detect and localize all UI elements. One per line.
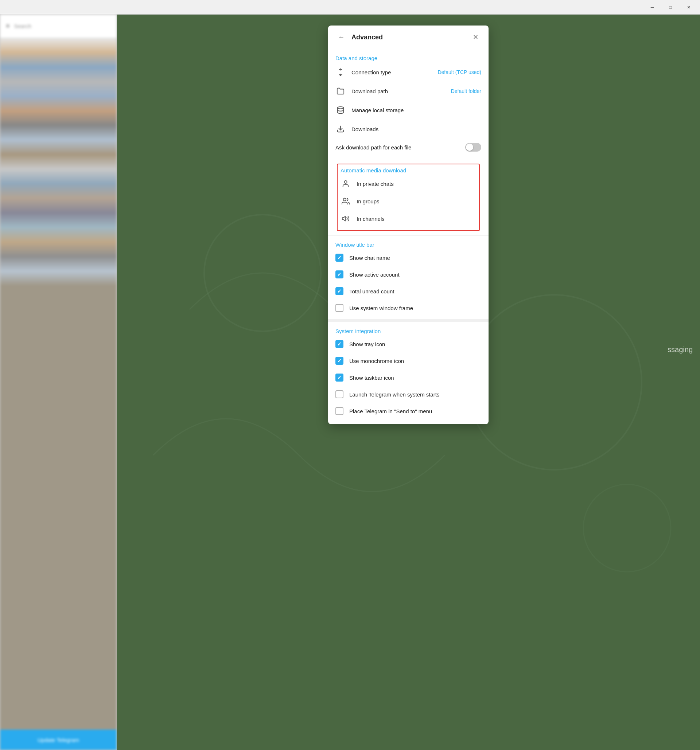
svg-point-9: [343, 198, 346, 201]
in-channels-label: In channels: [357, 216, 476, 222]
manage-storage-label: Manage local storage: [351, 107, 481, 113]
dialog-title: Advanced: [351, 34, 465, 41]
download-path-icon: [335, 86, 346, 96]
download-path-label: Download path: [351, 88, 445, 94]
svg-marker-10: [342, 217, 345, 221]
show-active-account-label: Show active account: [349, 272, 400, 278]
window-close-button[interactable]: ✕: [680, 2, 697, 13]
show-chat-name-item[interactable]: ✓ Show chat name: [335, 249, 481, 266]
in-private-chats-row[interactable]: In private chats: [340, 175, 476, 192]
total-unread-count-item[interactable]: ✓ Total unread count: [335, 283, 481, 300]
data-storage-section: Data and storage Co: [328, 49, 489, 159]
private-chats-icon: [340, 178, 351, 189]
download-path-row[interactable]: Download path Default folder: [335, 81, 481, 101]
show-taskbar-icon-label: Show taskbar icon: [349, 375, 394, 381]
launch-on-startup-checkbox[interactable]: [335, 390, 343, 398]
hamburger-icon[interactable]: ≡: [6, 22, 10, 30]
use-system-window-frame-checkbox[interactable]: [335, 304, 343, 312]
downloads-label: Downloads: [351, 126, 481, 132]
connection-type-value: Default (TCP used): [437, 69, 481, 75]
in-channels-row[interactable]: In channels: [340, 210, 476, 227]
window-chrome: ─ □ ✕: [0, 0, 700, 15]
window-title-bar-section: Window title bar ✓ Show chat name ✓: [328, 236, 489, 319]
show-chat-name-checkbox[interactable]: ✓: [335, 254, 343, 262]
use-system-window-frame-item[interactable]: Use system window frame: [335, 300, 481, 316]
show-tray-icon-item[interactable]: ✓ Show tray icon: [335, 336, 481, 352]
app-container: ≡ Search Update Telegram ssaging: [0, 15, 700, 750]
dialog-header: ← Advanced ✕: [328, 26, 489, 49]
show-taskbar-icon-checkbox[interactable]: ✓: [335, 373, 343, 381]
main-content: ssaging ← Advanced ✕: [117, 15, 700, 750]
sidebar-chat-list: [0, 38, 117, 730]
ask-download-path-label: Ask download path for each file: [335, 144, 459, 151]
divider-1: [328, 159, 489, 159]
auto-media-title: Automatic media download: [340, 167, 476, 174]
total-unread-count-checkbox[interactable]: ✓: [335, 287, 343, 295]
svg-point-6: [338, 107, 344, 109]
download-path-value: Default folder: [451, 88, 481, 94]
show-tray-icon-checkbox[interactable]: ✓: [335, 340, 343, 348]
manage-storage-icon: [335, 105, 346, 115]
minimize-button[interactable]: ─: [644, 2, 661, 13]
svg-point-8: [344, 181, 347, 183]
launch-on-startup-label: Launch Telegram when system starts: [349, 391, 439, 398]
send-to-menu-item[interactable]: Place Telegram in "Send to" menu: [335, 403, 481, 421]
use-system-window-frame-label: Use system window frame: [349, 305, 413, 311]
maximize-button[interactable]: □: [662, 2, 679, 13]
auto-media-container: Automatic media download In private cha: [332, 164, 484, 231]
show-taskbar-icon-item[interactable]: ✓ Show taskbar icon: [335, 369, 481, 386]
ask-download-path-row[interactable]: Ask download path for each file: [335, 138, 481, 156]
window-title-bar-title: Window title bar: [335, 241, 481, 248]
sidebar-search-bar: ≡ Search: [0, 15, 117, 38]
ask-download-path-toggle[interactable]: [465, 143, 481, 152]
launch-on-startup-item[interactable]: Launch Telegram when system starts: [335, 386, 481, 403]
system-integration-title: System integration: [335, 328, 481, 334]
manage-local-storage-row[interactable]: Manage local storage: [335, 101, 481, 120]
connection-type-row[interactable]: Connection type Default (TCP used): [335, 63, 481, 81]
section-divider: [328, 319, 489, 322]
auto-media-download-section: Automatic media download In private cha: [337, 164, 480, 231]
show-tray-icon-label: Show tray icon: [349, 341, 385, 347]
in-groups-label: In groups: [357, 198, 476, 204]
dialog-body: Data and storage Co: [328, 49, 489, 424]
modal-overlay: ← Advanced ✕ Data and storage: [117, 15, 700, 750]
close-dialog-button[interactable]: ✕: [469, 31, 481, 43]
channels-icon: [340, 214, 351, 224]
show-active-account-item[interactable]: ✓ Show active account: [335, 266, 481, 283]
back-button[interactable]: ←: [335, 31, 347, 43]
use-monochrome-icon-item[interactable]: ✓ Use monochrome icon: [335, 352, 481, 369]
in-private-chats-label: In private chats: [357, 181, 476, 187]
send-to-menu-checkbox[interactable]: [335, 407, 343, 415]
downloads-icon: [335, 124, 346, 134]
groups-icon: [340, 196, 351, 206]
window-controls: ─ □ ✕: [644, 2, 697, 13]
advanced-settings-dialog: ← Advanced ✕ Data and storage: [328, 26, 489, 424]
use-monochrome-icon-label: Use monochrome icon: [349, 358, 404, 364]
send-to-menu-label: Place Telegram in "Send to" menu: [349, 408, 432, 414]
update-telegram-button[interactable]: Update Telegram: [0, 730, 117, 750]
sidebar: ≡ Search Update Telegram: [0, 15, 117, 750]
in-groups-row[interactable]: In groups: [340, 192, 476, 210]
connection-type-label: Connection type: [351, 69, 432, 75]
search-label: Search: [14, 23, 32, 29]
downloads-row[interactable]: Downloads: [335, 120, 481, 138]
show-chat-name-label: Show chat name: [349, 255, 390, 261]
use-monochrome-icon-checkbox[interactable]: ✓: [335, 357, 343, 365]
total-unread-count-label: Total unread count: [349, 288, 394, 295]
data-storage-title: Data and storage: [335, 55, 481, 61]
show-active-account-checkbox[interactable]: ✓: [335, 270, 343, 278]
system-integration-section: System integration ✓ Show tray icon ✓: [328, 322, 489, 424]
connection-type-icon: [335, 67, 346, 77]
